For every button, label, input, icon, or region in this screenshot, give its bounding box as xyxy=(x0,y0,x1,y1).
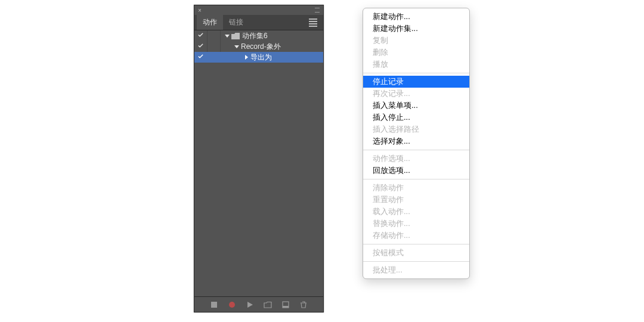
menu-item: 按钮模式 xyxy=(363,247,469,259)
checkmark-icon xyxy=(197,53,204,61)
menu-item[interactable]: 新建动作... xyxy=(363,11,469,23)
actions-panel: × 动作 链接 动作集6Record-象外导出为 xyxy=(194,5,324,312)
tree-row[interactable]: Record-象外 xyxy=(194,41,323,52)
svg-marker-0 xyxy=(225,35,230,38)
panel-titlebar: × xyxy=(194,5,323,15)
tab-label: 链接 xyxy=(229,17,243,27)
new-set-icon[interactable] xyxy=(262,299,273,310)
menu-item: 批处理... xyxy=(363,264,469,276)
chevron-right-icon[interactable] xyxy=(243,54,249,60)
new-action-icon[interactable] xyxy=(280,299,291,310)
tab-label: 动作 xyxy=(203,17,217,27)
toggle-dialog[interactable] xyxy=(208,52,221,63)
menu-item[interactable]: 选择对象... xyxy=(363,135,469,147)
menu-separator xyxy=(363,150,469,150)
folder-icon xyxy=(231,33,240,39)
menu-item: 插入选择路径 xyxy=(363,123,469,135)
tree-row[interactable]: 导出为 xyxy=(194,52,323,63)
menu-item: 清除动作 xyxy=(363,182,469,194)
panel-menu-icon[interactable] xyxy=(306,15,320,30)
menu-item: 删除 xyxy=(363,47,469,58)
tab-actions[interactable]: 动作 xyxy=(197,15,223,30)
panel-tabbar: 动作 链接 xyxy=(194,15,323,30)
menu-separator xyxy=(363,179,469,179)
menu-item[interactable]: 新建动作集... xyxy=(363,23,469,35)
play-icon[interactable] xyxy=(244,299,255,310)
toggle-check[interactable] xyxy=(194,30,208,41)
row-label: 导出为 xyxy=(250,52,272,63)
toggle-check[interactable] xyxy=(194,41,208,52)
record-icon[interactable] xyxy=(227,299,237,310)
svg-rect-7 xyxy=(283,306,289,308)
panel-footer xyxy=(194,296,323,312)
toggle-dialog[interactable] xyxy=(208,30,221,41)
actions-context-menu: 新建动作...新建动作集...复制删除播放停止记录再次记录...插入菜单项...… xyxy=(363,8,470,279)
menu-item[interactable]: 停止记录 xyxy=(363,76,469,88)
chevron-down-icon[interactable] xyxy=(224,33,230,39)
svg-marker-1 xyxy=(234,45,239,48)
svg-marker-5 xyxy=(247,302,253,308)
menu-separator xyxy=(363,73,469,73)
menu-item: 复制 xyxy=(363,35,469,47)
close-icon[interactable]: × xyxy=(198,7,202,14)
tree-row[interactable]: 动作集6 xyxy=(194,30,323,41)
menu-item: 存储动作... xyxy=(363,230,469,242)
svg-marker-2 xyxy=(245,55,248,60)
menu-item[interactable]: 插入停止... xyxy=(363,112,469,123)
tab-links[interactable]: 链接 xyxy=(223,15,249,30)
svg-point-4 xyxy=(229,302,235,308)
stop-icon[interactable] xyxy=(209,299,219,310)
menu-item: 替换动作... xyxy=(363,218,469,230)
menu-item: 重置动作 xyxy=(363,194,469,206)
row-label: 动作集6 xyxy=(242,31,268,41)
actions-tree: 动作集6Record-象外导出为 xyxy=(194,30,323,296)
checkmark-icon xyxy=(197,42,204,51)
menu-item: 再次记录... xyxy=(363,88,469,100)
menu-item: 播放 xyxy=(363,58,469,70)
menu-item[interactable]: 插入菜单项... xyxy=(363,100,469,112)
collapse-icon[interactable] xyxy=(311,8,320,13)
menu-separator xyxy=(363,244,469,244)
svg-rect-3 xyxy=(211,302,217,308)
toggle-dialog[interactable] xyxy=(208,41,221,52)
chevron-down-icon[interactable] xyxy=(234,44,240,49)
menu-item[interactable]: 回放选项... xyxy=(363,165,469,177)
trash-icon[interactable] xyxy=(298,299,309,310)
checkmark-icon xyxy=(197,32,204,40)
row-label: Record-象外 xyxy=(241,42,281,52)
toggle-check[interactable] xyxy=(194,52,208,63)
menu-separator xyxy=(363,261,469,262)
menu-item: 动作选项... xyxy=(363,153,469,165)
menu-item: 载入动作... xyxy=(363,206,469,218)
